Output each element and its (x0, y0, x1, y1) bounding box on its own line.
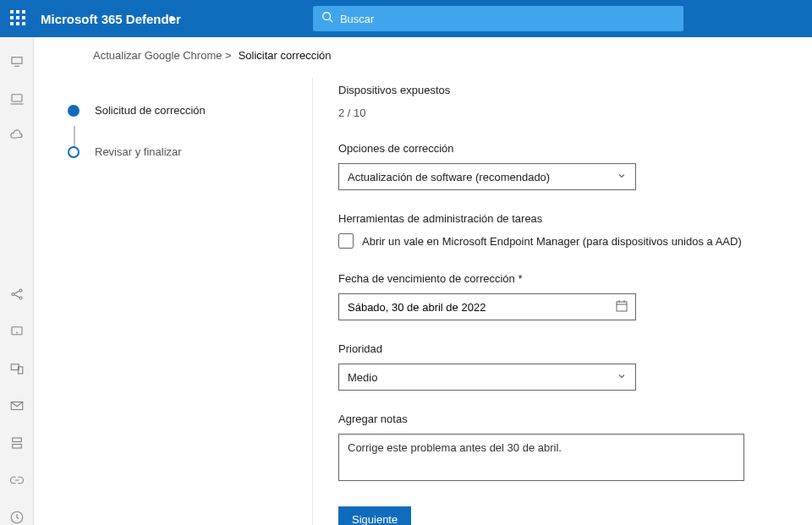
svg-point-12 (16, 332, 17, 333)
app-launcher[interactable] (10, 10, 27, 27)
open-ticket-label: Abrir un vale en Microsoft Endpoint Mana… (362, 235, 742, 248)
open-ticket-checkbox[interactable] (338, 233, 354, 249)
notes-textarea[interactable] (338, 434, 744, 481)
svg-rect-19 (617, 302, 627, 311)
stepper: Solicitud de corrección Revisar y finali… (34, 77, 313, 525)
nav-share-icon[interactable] (9, 287, 25, 302)
nav-endpoint-icon[interactable] (9, 54, 25, 69)
next-button[interactable]: Siguiente (338, 506, 411, 525)
task-tools-label: Herramientas de administración de tareas (338, 212, 787, 225)
date-value: Sábado, 30 de abril de 2022 (348, 301, 486, 314)
exposed-devices-label: Dispositivos expuestos (338, 84, 787, 96)
search-box[interactable] (313, 6, 683, 31)
select-value: Actualización de software (recomendado) (348, 171, 550, 183)
exposed-devices-value: 2 / 10 (338, 107, 366, 119)
breadcrumb-parent[interactable]: Actualizar Google Chrome > (93, 49, 232, 62)
step-circle-icon (68, 146, 80, 158)
svg-line-9 (14, 291, 19, 293)
svg-rect-2 (12, 57, 22, 64)
svg-point-0 (323, 13, 331, 20)
step-circle-active-icon (68, 105, 80, 117)
nav-tablet-icon[interactable] (9, 324, 25, 339)
svg-point-7 (19, 289, 22, 292)
search-input[interactable] (340, 13, 675, 25)
nav-cloud-icon[interactable] (9, 129, 25, 144)
svg-point-6 (12, 293, 14, 296)
nav-link-icon[interactable] (9, 473, 25, 488)
svg-rect-4 (12, 95, 22, 101)
priority-select[interactable]: Medio (338, 364, 636, 391)
nav-devices-icon[interactable] (9, 361, 25, 376)
app-title: Microsoft 365 Defender (41, 12, 181, 26)
nav-device-icon[interactable] (9, 91, 25, 107)
due-date-input[interactable]: Sábado, 30 de abril de 2022 (338, 293, 636, 320)
svg-rect-16 (12, 438, 21, 442)
step-label: Revisar y finalizar (95, 145, 182, 158)
chevron-down-icon (617, 371, 627, 384)
nav-clock-icon[interactable] (9, 510, 25, 525)
breadcrumb: Actualizar Google Chrome > Solicitar cor… (34, 37, 812, 77)
search-icon (321, 11, 333, 26)
calendar-icon (615, 299, 628, 315)
remediation-options-select[interactable]: Actualización de software (recomendado) (338, 163, 636, 190)
svg-rect-17 (12, 445, 21, 449)
svg-rect-13 (11, 364, 19, 370)
chevron-down-icon (617, 171, 627, 183)
step-1[interactable]: Solicitud de corrección (68, 104, 278, 117)
select-value: Medio (348, 371, 377, 384)
remediation-options-label: Opciones de corrección (338, 142, 787, 155)
svg-line-1 (330, 19, 333, 23)
priority-label: Prioridad (338, 342, 787, 355)
step-2[interactable]: Revisar y finalizar (68, 145, 278, 158)
svg-line-10 (14, 295, 19, 298)
due-date-label: Fecha de vencimiento de corrección * (338, 272, 523, 285)
nav-server-icon[interactable] (9, 435, 25, 451)
breadcrumb-current: Solicitar corrección (239, 49, 332, 62)
left-nav (0, 37, 34, 525)
nav-mail-icon[interactable] (9, 398, 25, 413)
svg-point-8 (19, 297, 22, 299)
step-label: Solicitud de corrección (95, 104, 206, 117)
notes-label: Agregar notas (338, 413, 787, 425)
